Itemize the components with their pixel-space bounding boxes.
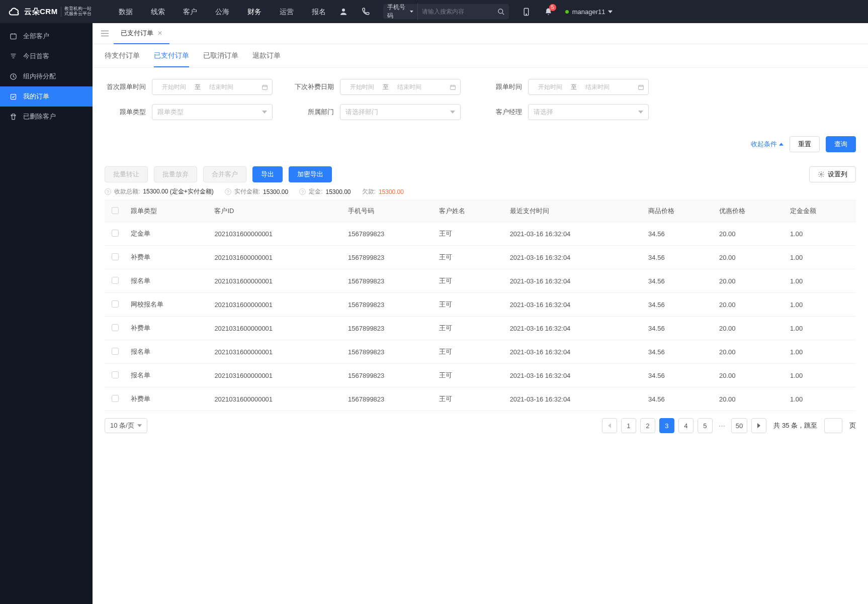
sidebar-icon [9, 113, 17, 121]
sidebar-item-2[interactable]: 组内待分配 [0, 66, 93, 86]
select-all-checkbox[interactable] [112, 207, 119, 214]
next-fee-start[interactable] [344, 83, 380, 90]
svg-rect-9 [639, 85, 644, 89]
cell-discount: 20.00 [714, 269, 785, 293]
pager-next[interactable] [751, 418, 766, 433]
batch-transfer-button[interactable]: 批量转让 [105, 166, 148, 182]
query-button[interactable]: 查询 [826, 136, 856, 152]
brand-logo[interactable]: 云朵CRM 教育机构一站 式服务云平台 [8, 5, 92, 18]
cell-type: 定金单 [126, 222, 209, 246]
next-fee-range[interactable]: 至 [340, 79, 461, 95]
sub-tab-0[interactable]: 待支付订单 [105, 51, 140, 67]
first-follow-start[interactable] [156, 83, 192, 90]
reset-button[interactable]: 重置 [790, 136, 820, 152]
info-icon: ? [225, 188, 231, 195]
batch-giveup-button[interactable]: 批量放弃 [154, 166, 197, 182]
dept-select[interactable]: 请选择部门 [340, 104, 461, 120]
follow-type-select[interactable]: 跟单类型 [152, 104, 273, 120]
pager-page-2[interactable]: 2 [640, 418, 655, 433]
table-row[interactable]: 补费单20210316000000011567899823王可2021-03-1… [105, 387, 856, 411]
cell-discount: 20.00 [714, 340, 785, 364]
notification-bell[interactable]: 5 [540, 3, 557, 20]
row-checkbox[interactable] [112, 230, 119, 237]
sidebar: 全部客户今日首客组内待分配我的订单已删除客户 [0, 23, 93, 604]
sub-tab-3[interactable]: 退款订单 [252, 51, 281, 67]
topnav-item-6[interactable]: 报名 [303, 0, 335, 23]
info-icon: ? [299, 188, 306, 195]
svg-point-10 [820, 173, 822, 175]
table-row[interactable]: 补费单20210316000000011567899823王可2021-03-1… [105, 246, 856, 269]
table-row[interactable]: 定金单20210316000000011567899823王可2021-03-1… [105, 222, 856, 246]
next-fee-end[interactable] [392, 83, 427, 90]
search-input[interactable] [422, 8, 497, 15]
mobile-icon[interactable] [518, 3, 535, 20]
follow-time-range[interactable]: 至 [528, 79, 649, 95]
topnav-item-2[interactable]: 客户 [174, 0, 206, 23]
table-row[interactable]: 报名单20210316000000011567899823王可2021-03-1… [105, 340, 856, 364]
collapse-sidebar-button[interactable] [98, 27, 112, 41]
main-content: 已支付订单 ✕ 待支付订单已支付订单已取消订单退款订单 首次跟单时间 至 [93, 23, 868, 604]
export-button[interactable]: 导出 [252, 166, 283, 182]
first-follow-end[interactable] [204, 83, 239, 90]
cell-price: 34.56 [643, 387, 714, 411]
user-icon[interactable] [335, 3, 352, 20]
sidebar-item-4[interactable]: 已删除客户 [0, 107, 93, 127]
page-tab-label: 已支付订单 [121, 29, 153, 38]
pager-page-5[interactable]: 5 [698, 418, 713, 433]
encrypt-export-button[interactable]: 加密导出 [289, 166, 332, 182]
pager-prev[interactable] [602, 418, 617, 433]
row-checkbox[interactable] [112, 371, 119, 378]
row-checkbox[interactable] [112, 395, 119, 402]
row-checkbox[interactable] [112, 348, 119, 355]
col-header-7: 定金金额 [785, 200, 856, 222]
sub-tab-2[interactable]: 已取消订单 [203, 51, 238, 67]
search-type-select[interactable]: 手机号码 [387, 3, 418, 20]
row-checkbox[interactable] [112, 300, 119, 308]
sidebar-item-3[interactable]: 我的订单 [0, 86, 93, 107]
cell-cid: 2021031600000001 [209, 340, 343, 364]
cell-discount: 20.00 [714, 222, 785, 246]
table-row[interactable]: 报名单20210316000000011567899823王可2021-03-1… [105, 364, 856, 387]
page-size-select[interactable]: 10 条/页 [105, 418, 147, 433]
row-checkbox[interactable] [112, 253, 119, 260]
merge-customer-button[interactable]: 合并客户 [203, 166, 246, 182]
pager-page-1[interactable]: 1 [621, 418, 636, 433]
sidebar-item-0[interactable]: 全部客户 [0, 26, 93, 46]
topnav-item-3[interactable]: 公海 [206, 0, 238, 23]
topnav-item-0[interactable]: 数据 [110, 0, 142, 23]
sidebar-item-1[interactable]: 今日首客 [0, 46, 93, 66]
search-button[interactable] [497, 8, 505, 16]
close-tab-icon[interactable]: ✕ [157, 30, 162, 37]
follow-time-end[interactable] [580, 83, 615, 90]
table-row[interactable]: 报名单20210316000000011567899823王可2021-03-1… [105, 269, 856, 293]
phone-icon[interactable] [357, 3, 374, 20]
sidebar-icon [9, 32, 17, 40]
chevron-down-icon [410, 10, 413, 14]
set-columns-button[interactable]: 设置列 [809, 166, 856, 182]
collapse-filters-link[interactable]: 收起条件 [751, 140, 784, 149]
cell-name: 王可 [434, 340, 505, 364]
cell-deposit: 1.00 [785, 387, 856, 411]
topnav-item-1[interactable]: 线索 [142, 0, 174, 23]
topnav-item-4[interactable]: 财务 [238, 0, 271, 23]
chevron-down-icon [137, 424, 142, 427]
table-row[interactable]: 网校报名单20210316000000011567899823王可2021-03… [105, 293, 856, 317]
topnav-item-5[interactable]: 运营 [271, 0, 303, 23]
user-menu[interactable]: manager11 [565, 8, 613, 16]
sub-tab-1[interactable]: 已支付订单 [154, 51, 189, 67]
pager-page-4[interactable]: 4 [678, 418, 693, 433]
cell-price: 34.56 [643, 317, 714, 340]
cell-name: 王可 [434, 317, 505, 340]
jump-page-input[interactable] [824, 418, 842, 433]
pager-page-last[interactable]: 50 [731, 418, 747, 433]
row-checkbox[interactable] [112, 324, 119, 331]
page-tab-paid-orders[interactable]: 已支付订单 ✕ [114, 23, 169, 44]
follow-time-start[interactable] [533, 83, 568, 90]
manager-select[interactable]: 请选择 [528, 104, 649, 120]
pager-page-3[interactable]: 3 [659, 418, 674, 433]
first-follow-range[interactable]: 至 [152, 79, 273, 95]
cell-type: 补费单 [126, 317, 209, 340]
table-row[interactable]: 补费单20210316000000011567899823王可2021-03-1… [105, 317, 856, 340]
row-checkbox[interactable] [112, 277, 119, 284]
status-dot-icon [565, 10, 569, 14]
